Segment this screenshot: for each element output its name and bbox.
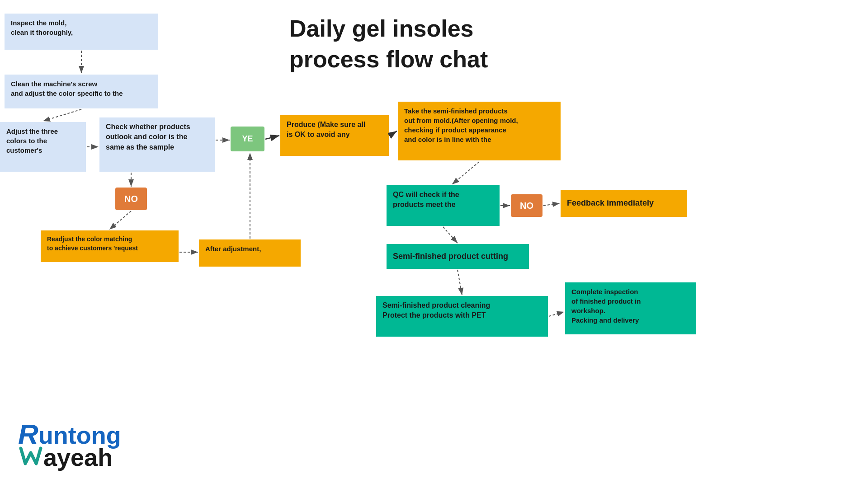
semi-cutting-box: Semi-finished product cutting [387, 244, 529, 269]
no-badge-1: NO [115, 188, 147, 210]
yes-badge: YE [231, 127, 264, 151]
after-adjustment-box: After adjustment, [199, 239, 301, 267]
feedback-box: Feedback immediately [561, 190, 687, 217]
produce-box: Produce (Make sure all is OK to avoid an… [280, 115, 389, 156]
logo: R untong ayeah [18, 420, 121, 470]
svg-line-17 [549, 312, 564, 316]
svg-line-6 [265, 136, 279, 139]
qc-check-box: QC will check if the products meet the [387, 185, 500, 226]
svg-line-11 [390, 131, 397, 136]
logo-w-icon [18, 445, 43, 470]
complete-inspection-box: Complete inspection of finished product … [565, 282, 696, 334]
logo-wayeah-text: ayeah [43, 445, 113, 469]
page-title: Daily gel insoles process flow chat [289, 14, 606, 75]
no-badge-2: NO [511, 194, 542, 217]
take-semi-box: Take the semi-finished products out from… [398, 102, 561, 160]
readjust-box: Readjust the color matching to achieve c… [41, 230, 179, 262]
svg-line-15 [443, 227, 458, 243]
check-products-box: Check whether products outlook and color… [99, 117, 215, 172]
logo-r-letter: R [18, 420, 38, 448]
adjust-colors-box: Adjust the three colors to the customer'… [0, 122, 86, 172]
svg-line-14 [543, 203, 560, 206]
svg-line-3 [43, 109, 81, 121]
svg-line-12 [452, 162, 479, 184]
clean-machine-box: Clean the machine's screw and adjust the… [5, 75, 158, 108]
svg-line-16 [458, 270, 462, 295]
svg-line-8 [109, 211, 131, 230]
inspect-mold-box: Inspect the mold, clean it thoroughly, [5, 14, 158, 50]
semi-cleaning-box: Semi-finished product cleaning Protect t… [376, 296, 548, 337]
